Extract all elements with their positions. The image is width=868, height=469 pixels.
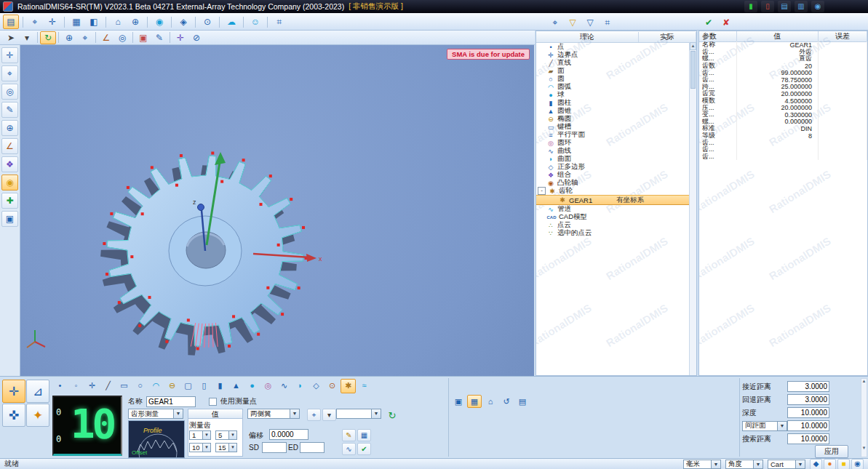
report-tab-icon[interactable]: ☺ bbox=[247, 15, 263, 29]
status-link-icon[interactable]: ◉ bbox=[851, 459, 864, 469]
path-preview-icon[interactable]: ∿ bbox=[342, 443, 356, 455]
report-display-icon[interactable]: ⌗ bbox=[600, 15, 616, 30]
spacing-input[interactable] bbox=[787, 420, 829, 431]
tooth-step-spinner[interactable]: 15▼ bbox=[215, 443, 237, 452]
feature-polygon-icon[interactable]: ◇ bbox=[308, 379, 324, 393]
name-input[interactable] bbox=[146, 396, 196, 407]
feature-cylinder-icon[interactable]: ▮ bbox=[212, 379, 228, 393]
filter-feature-icon[interactable]: ▽ bbox=[582, 15, 598, 30]
feature-auto-point-icon[interactable]: ◦ bbox=[68, 379, 84, 393]
feature-camshaft-icon[interactable]: ⊙ bbox=[324, 379, 340, 393]
display-1-icon[interactable]: ▤ bbox=[778, 1, 791, 12]
chevron-down-icon[interactable]: ▼ bbox=[371, 409, 381, 418]
view-rotate-icon[interactable]: ◎ bbox=[1, 84, 18, 100]
add-feature-icon[interactable]: ✚ bbox=[1, 193, 18, 209]
param-row[interactable]: 压...20.000000 bbox=[699, 104, 867, 111]
feature-circle-icon[interactable]: ○ bbox=[132, 379, 148, 393]
param-row[interactable]: 模数4.500000 bbox=[699, 97, 867, 105]
tolerance-tab-icon[interactable]: ◈ bbox=[175, 15, 191, 29]
spacing-mode-select[interactable]: 间距面 ▼ bbox=[742, 421, 787, 431]
gauge-tab-icon[interactable]: ⊙ bbox=[199, 15, 215, 29]
droplet-tab-icon[interactable]: ◉ bbox=[151, 15, 167, 29]
teeth-table-icon[interactable]: ▦ bbox=[357, 429, 371, 441]
viewport-3d[interactable]: zx SMA is due for update bbox=[20, 45, 534, 376]
feature-plane-icon[interactable]: ▭ bbox=[116, 379, 132, 393]
select-arrow-icon[interactable]: ➤ bbox=[3, 31, 19, 44]
machine-offline-icon[interactable]: ▯ bbox=[761, 1, 774, 12]
scroll-thumb[interactable] bbox=[690, 51, 696, 89]
feature-surface-icon[interactable]: ◗ bbox=[292, 379, 308, 393]
param-row[interactable]: 名称GEAR1 bbox=[699, 41, 867, 49]
zoom-fit-icon[interactable]: ⊕ bbox=[1, 120, 18, 136]
filter-coordinate-icon[interactable]: ▽ bbox=[565, 15, 581, 30]
probe-mode-icon[interactable]: ✛ bbox=[2, 380, 25, 403]
param-row[interactable]: 齿...99.000000 bbox=[699, 69, 867, 76]
layout-view-icon[interactable]: ▤ bbox=[515, 395, 530, 408]
measure-tab-icon[interactable]: ⊕ bbox=[127, 15, 143, 29]
probe-config-icon[interactable]: ⌖ bbox=[307, 409, 321, 421]
status-probe-icon[interactable]: ◆ bbox=[810, 459, 822, 469]
edit-tool-icon[interactable]: ✎ bbox=[151, 31, 167, 44]
feature-pipe-icon[interactable]: ≈ bbox=[357, 379, 372, 393]
gear-3d-model[interactable]: zx bbox=[20, 45, 534, 376]
param-row[interactable]: 螺...0.000000 bbox=[699, 119, 867, 126]
probe-config-dropdown-icon[interactable]: ▾ bbox=[322, 409, 336, 421]
status-lamp-icon[interactable]: ■ bbox=[837, 459, 850, 469]
probe-tool-icon[interactable]: ✛ bbox=[172, 31, 188, 44]
tooth-start-spinner[interactable]: 1▼ bbox=[189, 430, 211, 440]
tooth-count-spinner[interactable]: 10▼ bbox=[189, 443, 211, 452]
search-distance-input[interactable] bbox=[787, 433, 829, 444]
param-row[interactable]: 等级8 bbox=[699, 132, 867, 140]
bottom-right-scrollbar[interactable]: ▲ ▼ bbox=[861, 378, 867, 457]
chevron-down-icon[interactable]: ▼ bbox=[753, 460, 763, 468]
flank-side-select[interactable]: 两侧翼 ▼ bbox=[247, 409, 300, 419]
select-dropdown-icon[interactable]: ▾ bbox=[19, 31, 35, 44]
scroll-down-icon[interactable]: ▼ bbox=[861, 446, 867, 450]
calibration-tool-icon[interactable]: ✦ bbox=[26, 404, 49, 427]
confirm-teeth-icon[interactable]: ✔ bbox=[357, 443, 371, 455]
ed-input[interactable] bbox=[300, 442, 324, 453]
chevron-down-icon[interactable]: ▼ bbox=[777, 422, 787, 430]
caliper-tool-icon[interactable]: ⊿ bbox=[26, 380, 49, 403]
feature-arc-icon[interactable]: ◠ bbox=[148, 379, 164, 393]
units-select[interactable]: 毫米 ▼ bbox=[683, 460, 721, 469]
help-icon[interactable]: ◉ bbox=[811, 1, 824, 12]
view-eye-icon[interactable]: ◎ bbox=[114, 31, 130, 44]
table-tab-icon[interactable]: ▦ bbox=[68, 15, 84, 29]
depth-input[interactable] bbox=[787, 407, 829, 418]
feature-point-icon[interactable]: • bbox=[52, 379, 68, 393]
chevron-down-icon[interactable]: ▼ bbox=[795, 460, 805, 468]
feature-slot-icon[interactable]: ▢ bbox=[180, 379, 196, 393]
chevron-down-icon[interactable]: ▼ bbox=[711, 460, 720, 468]
gear-measure-icon[interactable]: ◉ bbox=[1, 175, 18, 191]
monitor-tab-icon[interactable]: ⌂ bbox=[110, 15, 126, 29]
tree-scrollbar[interactable]: ▲ bbox=[689, 42, 696, 375]
feature-line-icon[interactable]: ╱ bbox=[100, 379, 116, 393]
feature-torus-icon[interactable]: ◎ bbox=[260, 379, 276, 393]
param-row[interactable]: 齿...外齿 bbox=[699, 49, 867, 56]
refresh-view-icon[interactable]: ↻ bbox=[40, 31, 56, 44]
feature-sphere-icon[interactable]: ● bbox=[244, 379, 260, 393]
coordinate-tool-icon[interactable]: ✛ bbox=[1, 47, 18, 63]
grid-view-icon[interactable]: ▦ bbox=[467, 395, 482, 408]
apply-button[interactable]: 应用 bbox=[815, 445, 848, 458]
tree-item[interactable]: -✱齿轮 bbox=[536, 187, 696, 195]
feature-rectangle-icon[interactable]: ▯ bbox=[196, 379, 212, 393]
capture-media-icon[interactable]: ▣ bbox=[451, 395, 466, 408]
tooth-end-spinner[interactable]: 5▼ bbox=[215, 430, 237, 440]
feature-curve-icon[interactable]: ∿ bbox=[276, 379, 292, 393]
param-row[interactable]: 齿... bbox=[699, 146, 867, 153]
sd-input[interactable] bbox=[262, 442, 287, 453]
paint-surface-icon[interactable]: ▣ bbox=[135, 31, 151, 44]
angle-select[interactable]: 角度 ▼ bbox=[725, 460, 763, 469]
online-status-icon[interactable]: ▮ bbox=[744, 1, 757, 12]
param-row[interactable]: 齿...78.750000 bbox=[699, 76, 867, 84]
status-ball-icon[interactable]: ● bbox=[824, 459, 836, 469]
undo-view-icon[interactable]: ↺ bbox=[499, 395, 514, 408]
zoom-icon[interactable]: ⊕ bbox=[61, 31, 77, 44]
measure-type-select[interactable]: 齿形测量 ▼ bbox=[128, 409, 183, 419]
feature-ellipse-icon[interactable]: ⊖ bbox=[164, 379, 180, 393]
offset-input[interactable] bbox=[269, 429, 308, 440]
param-row[interactable]: 变...0.300000 bbox=[699, 111, 867, 119]
locate-icon[interactable]: ⌖ bbox=[77, 31, 93, 44]
